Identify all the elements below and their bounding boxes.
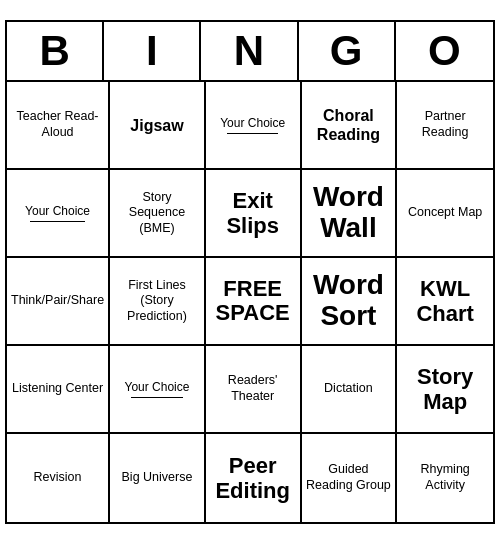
bingo-cell-13: Word Sort [302, 258, 398, 346]
bingo-cell-16: Your Choice [110, 346, 206, 434]
bingo-cell-20: Revision [7, 434, 110, 522]
bingo-cell-8: Word Wall [302, 170, 398, 258]
cell-text: KWL Chart [401, 276, 489, 327]
cell-text: Big Universe [122, 470, 193, 486]
cell-text: Concept Map [408, 205, 482, 221]
bingo-cell-18: Dictation [302, 346, 398, 434]
your-choice-line [131, 397, 182, 398]
bingo-letter-o: O [396, 22, 493, 80]
bingo-cell-17: Readers' Theater [206, 346, 302, 434]
cell-text: Listening Center [12, 381, 103, 397]
bingo-letter-b: B [7, 22, 104, 80]
cell-text: Teacher Read-Aloud [11, 109, 104, 140]
cell-text: Exit Slips [210, 188, 296, 239]
cell-text: Choral Reading [306, 106, 392, 144]
bingo-cell-4: Partner Reading [397, 82, 493, 170]
bingo-cell-14: KWL Chart [397, 258, 493, 346]
bingo-grid: Teacher Read-AloudJigsawYour ChoiceChora… [7, 82, 493, 522]
bingo-card: BINGO Teacher Read-AloudJigsawYour Choic… [5, 20, 495, 524]
your-choice-line [30, 221, 86, 222]
cell-text: Partner Reading [401, 109, 489, 140]
bingo-cell-21: Big Universe [110, 434, 206, 522]
bingo-cell-3: Choral Reading [302, 82, 398, 170]
cell-text: Your Choice [25, 204, 90, 219]
cell-text: Your Choice [220, 116, 285, 131]
cell-text: Dictation [324, 381, 373, 397]
bingo-cell-24: Rhyming Activity [397, 434, 493, 522]
bingo-cell-19: Story Map [397, 346, 493, 434]
cell-text: Story Sequence (BME) [114, 190, 200, 237]
cell-text: Guided Reading Group [306, 462, 392, 493]
bingo-header: BINGO [7, 22, 493, 82]
bingo-letter-i: I [104, 22, 201, 80]
bingo-cell-11: First Lines (Story Prediction) [110, 258, 206, 346]
cell-text: Think/Pair/Share [11, 293, 104, 309]
bingo-cell-23: Guided Reading Group [302, 434, 398, 522]
cell-text: Word Wall [306, 182, 392, 244]
cell-text: Rhyming Activity [401, 462, 489, 493]
bingo-letter-n: N [201, 22, 298, 80]
free-space-text: FREE SPACE [210, 277, 296, 325]
bingo-cell-6: Story Sequence (BME) [110, 170, 206, 258]
bingo-cell-15: Listening Center [7, 346, 110, 434]
cell-text: Peer Editing [210, 453, 296, 504]
cell-text: Revision [34, 470, 82, 486]
bingo-cell-12: FREE SPACE [206, 258, 302, 346]
bingo-cell-0: Teacher Read-Aloud [7, 82, 110, 170]
cell-text: Readers' Theater [210, 373, 296, 404]
bingo-cell-10: Think/Pair/Share [7, 258, 110, 346]
bingo-cell-7: Exit Slips [206, 170, 302, 258]
bingo-cell-22: Peer Editing [206, 434, 302, 522]
cell-text: Story Map [401, 364, 489, 415]
bingo-cell-1: Jigsaw [110, 82, 206, 170]
cell-text: Your Choice [125, 380, 190, 395]
cell-text: Word Sort [306, 270, 392, 332]
bingo-letter-g: G [299, 22, 396, 80]
bingo-cell-2: Your Choice [206, 82, 302, 170]
bingo-cell-9: Concept Map [397, 170, 493, 258]
your-choice-line [227, 133, 278, 134]
cell-text: Jigsaw [130, 116, 183, 135]
cell-text: First Lines (Story Prediction) [114, 278, 200, 325]
bingo-cell-5: Your Choice [7, 170, 110, 258]
